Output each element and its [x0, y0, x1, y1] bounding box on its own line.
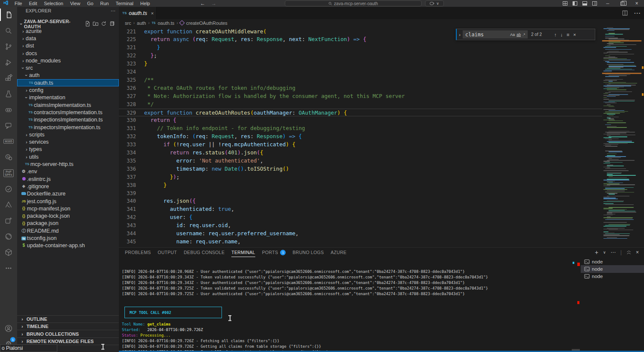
toggle-sidebar-icon[interactable]: [573, 1, 577, 6]
tree-item-mcp-server-http-ts[interactable]: TSmcp-server-http.ts: [17, 160, 119, 168]
activity-run-debug-icon[interactable]: [0, 54, 17, 70]
activity-accounts-icon[interactable]: [0, 320, 17, 336]
code-line-344[interactable]: 344 username: req.user.preferred_usernam…: [119, 230, 602, 238]
tree-item-data[interactable]: ›data: [17, 35, 119, 42]
tree-item-docs[interactable]: ›docs: [17, 50, 119, 57]
tree-item-package-json[interactable]: {}package.json: [17, 220, 119, 227]
close-button[interactable]: ×: [629, 0, 644, 7]
tree-item-dockerfile-azure[interactable]: Dockerfile.azure: [17, 190, 119, 198]
tree-item-utils[interactable]: ›utils: [17, 153, 119, 160]
code-line-329[interactable]: 329export function createOAuthRoutes(oau…: [119, 109, 602, 117]
find-input[interactable]: claims Aa ab .*: [463, 30, 528, 38]
code-line-334[interactable]: 334 return res.status(401).json({: [119, 149, 602, 157]
tree-item-dist[interactable]: ›dist: [17, 42, 119, 50]
editor-more-actions-icon[interactable]: ⋯: [634, 9, 641, 17]
customize-layout-icon[interactable]: [563, 1, 567, 6]
terminal-instance-2[interactable]: node: [581, 265, 644, 272]
explorer-more-actions-icon[interactable]: ⋯: [111, 8, 115, 14]
panel-tab-output[interactable]: OUTPUT: [158, 248, 177, 257]
menu-terminal[interactable]: Terminal: [112, 1, 137, 6]
command-center-search[interactable]: zava-mcp-server-oauth: [285, 0, 422, 6]
copilot-menu[interactable]: ∨: [425, 0, 444, 6]
code-line-324[interactable]: 324: [119, 68, 602, 76]
minimize-button[interactable]: ─: [600, 0, 615, 7]
panel-tab-azure[interactable]: AZURE: [331, 248, 346, 257]
activity-eslint-icon[interactable]: [0, 181, 17, 197]
menu-view[interactable]: View: [67, 1, 84, 6]
tree-item-implementation[interactable]: ›implementation: [17, 94, 119, 101]
tree-item-azurite[interactable]: ›azurite: [17, 27, 119, 35]
terminal-scrollbar[interactable]: [572, 257, 580, 352]
tree-item-jest-config-js[interactable]: JSjest.config.js: [17, 198, 119, 205]
tree-item-package-lock-json[interactable]: {}package-lock.json: [17, 213, 119, 220]
tree-item-update-container-app-sh[interactable]: $update-container-app.sh: [17, 242, 119, 249]
activity-source-control-icon[interactable]: [0, 38, 17, 54]
activity-more-icon[interactable]: [0, 260, 17, 276]
tree-item-scripts[interactable]: ›scripts: [17, 131, 119, 138]
tree-item-oauth-ts[interactable]: TSoauth.ts: [17, 79, 119, 86]
tree-item-src[interactable]: ›src: [17, 65, 119, 72]
code-line-328[interactable]: 328 */: [119, 101, 602, 109]
breadcrumb[interactable]: src › auth › TS oauth.ts › createOAuthRo…: [119, 19, 644, 27]
code-line-337[interactable]: 337 });: [119, 173, 602, 181]
panel-tab-terminal[interactable]: TERMINAL: [231, 248, 255, 257]
code-line-331[interactable]: 331 // Token info endpoint - for debuggi…: [119, 124, 602, 133]
match-case-icon[interactable]: Aa: [509, 33, 516, 37]
code-line-336[interactable]: 336 timestamp: new Date().toISOString(): [119, 165, 602, 173]
tree-item-readme-md[interactable]: ⓘREADME.md: [17, 227, 119, 234]
activity-azure-icon[interactable]: [0, 197, 17, 213]
menu-selection[interactable]: Selection: [41, 1, 67, 6]
tree-item--env[interactable]: ⚙.env: [17, 168, 119, 175]
tree-item-contractorsimplementation-ts[interactable]: TScontractorsImplementation.ts: [17, 109, 119, 116]
tree-item-node-modules[interactable]: ›node_modules: [17, 57, 119, 64]
terminal-output[interactable]: MCP TOOL CALL #002 [INFO] 2026-04-07T16:…: [122, 257, 573, 352]
tree-item-inspectorsimplementation-ts[interactable]: TSinspectorsImplementation.ts: [17, 124, 119, 131]
overview-ruler[interactable]: [641, 27, 644, 247]
code-line-345[interactable]: 345 name: req.user.name,: [119, 238, 602, 246]
workspace-root-row[interactable]: › ZAVA-MCP-SERVER-OAUTH: [17, 20, 119, 27]
activity-search-icon[interactable]: [0, 23, 17, 38]
back-arrow-icon[interactable]: ←: [200, 0, 205, 6]
minimap[interactable]: [602, 27, 641, 243]
code-line-323[interactable]: 323}: [119, 60, 602, 68]
terminal-instance-3[interactable]: node: [581, 273, 644, 280]
activity-sharepoint-icon[interactable]: S: [0, 149, 17, 165]
code-line-340[interactable]: 340 res.json({: [119, 197, 602, 205]
panel-tab-ports[interactable]: PORTS1: [262, 248, 286, 257]
new-file-icon[interactable]: [85, 21, 90, 27]
activity-explorer-icon[interactable]: [0, 7, 17, 23]
new-folder-icon[interactable]: [93, 21, 98, 27]
code-line-327[interactable]: 327 * Note: Authorization flow is handle…: [119, 92, 602, 101]
breadcrumb-symbol[interactable]: createOAuthRoutes: [186, 21, 227, 26]
code-line-335[interactable]: 335 error: 'Not authenticated',: [119, 157, 602, 165]
menu-run[interactable]: Run: [97, 1, 112, 6]
menu-file[interactable]: File: [11, 1, 26, 6]
close-panel-icon[interactable]: ×: [636, 249, 639, 255]
find-close-icon[interactable]: ×: [573, 32, 576, 37]
activity-extensions-icon[interactable]: [0, 70, 17, 86]
find-previous-icon[interactable]: ↑: [554, 32, 557, 37]
maximize-panel-icon[interactable]: [626, 250, 631, 255]
activity-m365-icon[interactable]: M365: [0, 133, 17, 149]
tab-close-icon[interactable]: ×: [151, 11, 154, 16]
toggle-panel-icon[interactable]: [582, 1, 587, 6]
section-timeline[interactable]: ›TIMELINE: [17, 322, 119, 330]
activity-packages-icon[interactable]: [0, 244, 17, 260]
collapse-all-icon[interactable]: [109, 21, 115, 27]
tree-item-types[interactable]: ›types: [17, 146, 119, 153]
tree-item-auth[interactable]: ›auth: [17, 72, 119, 79]
breadcrumb-file[interactable]: oauth.ts: [158, 21, 174, 26]
code-line-321[interactable]: 321 }: [119, 44, 602, 52]
panel-more-actions-icon[interactable]: ⋯: [611, 249, 616, 255]
new-terminal-icon[interactable]: +: [595, 249, 598, 256]
toggle-replace-chevron-icon[interactable]: ›: [457, 32, 463, 37]
regex-icon[interactable]: .*: [522, 33, 526, 37]
toggle-secondary-sidebar-icon[interactable]: [592, 1, 597, 6]
tree-item-mcp-manifest-json[interactable]: {}mcp-manifest.json: [17, 205, 119, 212]
breadcrumb-auth[interactable]: auth: [137, 21, 146, 26]
code-line-341[interactable]: 341 authenticated: true,: [119, 205, 602, 213]
activity-pipelines-icon[interactable]: [0, 228, 17, 244]
code-line-343[interactable]: 343 id: req.user.oid,: [119, 222, 602, 230]
activity-testing-icon[interactable]: [0, 86, 17, 102]
terminal-instance-1[interactable]: node: [581, 258, 644, 265]
